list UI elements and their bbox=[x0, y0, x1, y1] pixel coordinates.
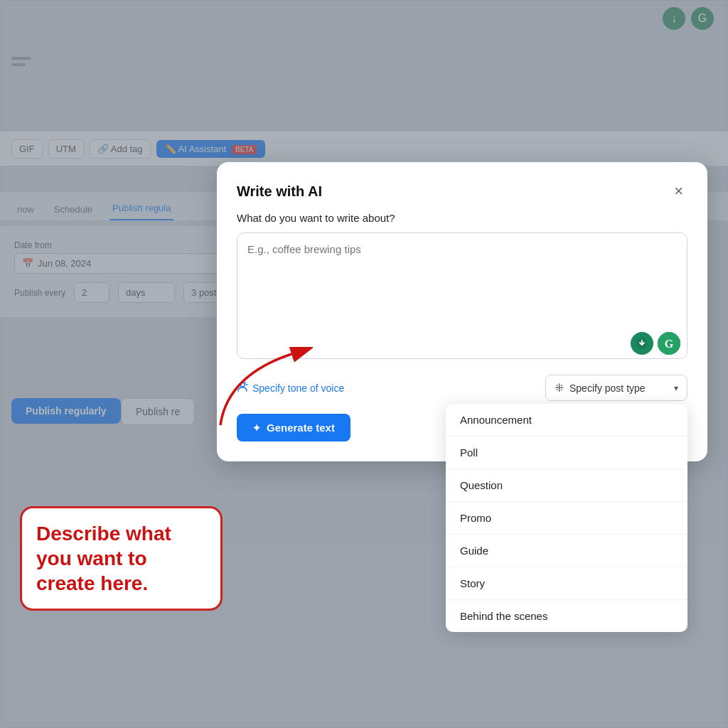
tone-of-voice-button[interactable]: Specify tone of voice bbox=[237, 381, 344, 395]
topic-input[interactable] bbox=[237, 232, 687, 359]
svg-text:G: G bbox=[665, 338, 674, 350]
grammar-icon[interactable] bbox=[631, 332, 653, 355]
tone-label: Specify tone of voice bbox=[252, 382, 344, 394]
controls-row: Specify tone of voice ⁜ Specify post typ… bbox=[237, 375, 687, 401]
post-type-dropdown-menu: Announcement Poll Question Promo Guide S… bbox=[446, 404, 687, 632]
dropdown-item-announcement[interactable]: Announcement bbox=[446, 404, 687, 437]
post-type-label: Specify post type bbox=[569, 382, 646, 394]
dropdown-item-guide[interactable]: Guide bbox=[446, 535, 687, 567]
dropdown-item-story[interactable]: Story bbox=[446, 567, 687, 600]
grammarly-icon[interactable]: G bbox=[658, 332, 680, 355]
chevron-down-icon: ▾ bbox=[674, 383, 678, 393]
post-type-dropdown[interactable]: ⁜ Specify post type ▾ bbox=[545, 375, 687, 401]
generate-btn-label: Generate text bbox=[267, 422, 335, 434]
modal-header: Write with AI × bbox=[237, 182, 687, 200]
modal-title: Write with AI bbox=[237, 183, 322, 200]
textarea-wrapper: G bbox=[237, 232, 687, 362]
modal-close-button[interactable]: × bbox=[670, 182, 687, 200]
tone-icon bbox=[237, 381, 248, 395]
svg-point-6 bbox=[240, 382, 245, 387]
dropdown-item-promo[interactable]: Promo bbox=[446, 502, 687, 535]
textarea-icon-group: G bbox=[631, 332, 680, 355]
dropdown-item-question[interactable]: Question bbox=[446, 469, 687, 502]
generate-text-button[interactable]: ✦ Generate text bbox=[237, 414, 350, 441]
write-with-ai-modal: Write with AI × What do you want to writ… bbox=[217, 162, 707, 461]
modal-subtitle: What do you want to write about? bbox=[237, 212, 687, 224]
dropdown-item-poll[interactable]: Poll bbox=[446, 437, 687, 469]
dropdown-item-behind-the-scenes[interactable]: Behind the scenes bbox=[446, 600, 687, 632]
annotation-text: Describe what you want to create here. bbox=[36, 521, 206, 596]
sparkle-icon: ✦ bbox=[252, 422, 261, 434]
annotation-box: Describe what you want to create here. bbox=[20, 506, 223, 611]
post-type-container: ⁜ Specify post type ▾ Announcement Poll … bbox=[545, 375, 687, 401]
post-type-icon: ⁜ bbox=[555, 381, 564, 395]
